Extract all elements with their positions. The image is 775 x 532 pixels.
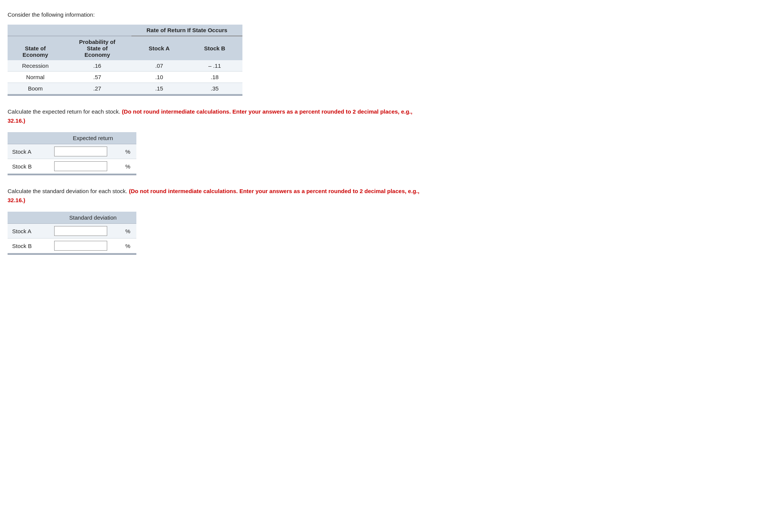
expected-return-table: Expected return Stock A%Stock B% xyxy=(8,132,136,174)
percent-symbol: % xyxy=(121,159,136,174)
col-stock-b-header: Stock B xyxy=(187,36,242,60)
standard-deviation-empty-header xyxy=(8,212,50,224)
prob-header-line3: Economy xyxy=(84,51,110,58)
expected-return-empty-header xyxy=(8,132,50,144)
expected-return-table-wrapper: Expected return Stock A%Stock B% xyxy=(8,132,767,175)
standard-deviation-table: Standard deviation Stock A%Stock B% xyxy=(8,212,136,253)
cell-stock-b: .35 xyxy=(187,83,242,94)
percent-symbol: % xyxy=(121,224,136,239)
list-item: Stock B% xyxy=(8,159,136,174)
spacer-header-2 xyxy=(63,25,131,36)
col-state-header: State of Economy xyxy=(8,36,63,60)
answer-input-cell xyxy=(50,239,121,253)
standard-deviation-instruction-plain: Calculate the standard deviation for eac… xyxy=(8,188,127,194)
cell-stock-b: – .11 xyxy=(187,60,242,72)
main-data-table: Rate of Return If State Occurs State of … xyxy=(8,25,242,94)
standard-deviation-table-wrapper: Standard deviation Stock A%Stock B% xyxy=(8,212,767,255)
standard-deviation-input-stock-b[interactable] xyxy=(54,241,107,251)
table-row: Boom.27.15.35 xyxy=(8,83,242,94)
cell-stock-a: .10 xyxy=(131,72,187,83)
answer-label: Stock B xyxy=(8,239,50,253)
state-header-line2: Economy xyxy=(23,51,48,58)
answer-label: Stock B xyxy=(8,159,50,174)
answer-input-cell xyxy=(50,159,121,174)
rate-of-return-header: Rate of Return If State Occurs xyxy=(131,25,242,36)
expected-return-section: Calculate the expected return for each s… xyxy=(8,107,767,175)
expected-return-instruction-plain: Calculate the expected return for each s… xyxy=(8,108,120,115)
standard-deviation-section: Calculate the standard deviation for eac… xyxy=(8,187,767,255)
expected-return-input-stock-b[interactable] xyxy=(54,161,107,171)
main-table-wrapper: Rate of Return If State Occurs State of … xyxy=(8,25,767,96)
cell-probability: .27 xyxy=(63,83,131,94)
answer-label: Stock A xyxy=(8,144,50,159)
cell-state: Boom xyxy=(8,83,63,94)
standard-deviation-bottom-line xyxy=(8,253,136,255)
list-item: Stock A% xyxy=(8,224,136,239)
standard-deviation-instruction: Calculate the standard deviation for eac… xyxy=(8,187,424,205)
table-row: Normal.57.10.18 xyxy=(8,72,242,83)
list-item: Stock B% xyxy=(8,239,136,253)
list-item: Stock A% xyxy=(8,144,136,159)
expected-return-input-stock-a[interactable] xyxy=(54,147,107,156)
col-stock-a-header: Stock A xyxy=(131,36,187,60)
state-header-line1: State of xyxy=(25,45,46,51)
cell-stock-a: .07 xyxy=(131,60,187,72)
expected-return-bottom-line xyxy=(8,174,136,175)
col-prob-header: Probability of State of Economy xyxy=(63,36,131,60)
cell-probability: .16 xyxy=(63,60,131,72)
percent-symbol: % xyxy=(121,144,136,159)
prob-header-line1: Probability of xyxy=(79,39,116,45)
cell-stock-b: .18 xyxy=(187,72,242,83)
intro-text: Consider the following information: xyxy=(8,11,767,18)
answer-label: Stock A xyxy=(8,224,50,239)
table-row: Recession.16.07– .11 xyxy=(8,60,242,72)
cell-probability: .57 xyxy=(63,72,131,83)
answer-input-cell xyxy=(50,224,121,239)
answer-input-cell xyxy=(50,144,121,159)
main-table-bottom-line xyxy=(8,94,242,96)
cell-stock-a: .15 xyxy=(131,83,187,94)
expected-return-instruction: Calculate the expected return for each s… xyxy=(8,107,424,125)
prob-header-line2: State of xyxy=(87,45,108,51)
standard-deviation-input-stock-a[interactable] xyxy=(54,226,107,236)
cell-state: Recession xyxy=(8,60,63,72)
spacer-header-1 xyxy=(8,25,63,36)
cell-state: Normal xyxy=(8,72,63,83)
percent-symbol: % xyxy=(121,239,136,253)
standard-deviation-table-header: Standard deviation xyxy=(50,212,136,224)
expected-return-table-header: Expected return xyxy=(50,132,136,144)
